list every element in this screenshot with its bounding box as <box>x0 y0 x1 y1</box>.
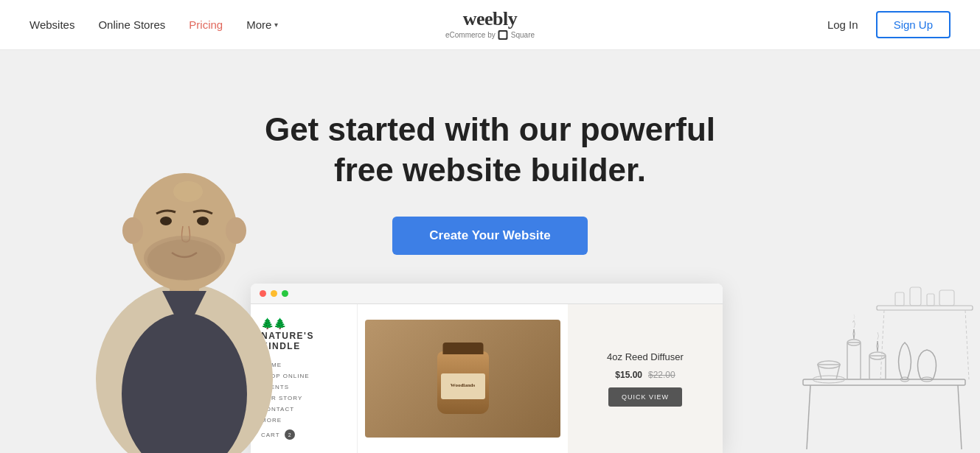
svg-rect-23 <box>877 306 973 310</box>
browser-main: Woodlands 4oz Reed Diffuser $15.00 $22.0… <box>358 304 723 453</box>
browser-mockup: 🌲🌲 NATURE'S KINDLE HOME SHOP ONLINE EVEN… <box>251 284 723 453</box>
deco-svg <box>788 232 980 453</box>
logo-wordmark: weebly <box>445 10 535 29</box>
nav-left: Websites Online Stores Pricing More ▾ <box>29 18 278 31</box>
more-label: More <box>246 18 271 31</box>
svg-rect-27 <box>910 287 921 306</box>
nav-pricing[interactable]: Pricing <box>189 18 223 31</box>
header: Websites Online Stores Pricing More ▾ we… <box>0 0 980 50</box>
svg-rect-12 <box>803 379 965 385</box>
product-name: 4oz Reed Diffuser <box>607 351 684 362</box>
svg-rect-26 <box>895 292 904 306</box>
svg-line-25 <box>965 310 969 379</box>
decoration-right <box>788 232 980 453</box>
svg-rect-29 <box>939 290 954 306</box>
price-old: $22.00 <box>648 370 675 380</box>
hero-section: Get started with our powerful free websi… <box>0 50 980 453</box>
price-current: $15.00 <box>615 370 642 380</box>
cta-button[interactable]: Create Your Website <box>392 217 587 255</box>
square-icon <box>498 30 508 40</box>
svg-line-24 <box>880 310 884 379</box>
svg-rect-28 <box>927 294 934 306</box>
chevron-down-icon: ▾ <box>274 21 278 29</box>
nav-online-stores[interactable]: Online Stores <box>98 18 165 31</box>
product-image: Woodlands <box>365 320 560 438</box>
product-card-right: 4oz Reed Diffuser $15.00 $22.00 QUICK VI… <box>568 304 723 453</box>
browser-content: 🌲🌲 NATURE'S KINDLE HOME SHOP ONLINE EVEN… <box>251 304 723 453</box>
product-card-left: Woodlands <box>358 304 568 453</box>
logo-subtitle: eCommerce by Square <box>445 30 535 40</box>
hero-headline: Get started with our powerful free websi… <box>232 109 748 190</box>
svg-rect-15 <box>847 343 861 379</box>
signup-button[interactable]: Sign Up <box>876 11 951 38</box>
svg-line-14 <box>958 385 962 449</box>
jar-shape: Woodlands <box>437 351 489 414</box>
hero-text: Get started with our powerful free websi… <box>0 50 980 255</box>
square-label: Square <box>511 31 535 39</box>
jar-label-band: Woodlands <box>441 373 485 399</box>
browser-bar <box>251 284 723 304</box>
logo-sub-text: eCommerce by <box>445 31 496 39</box>
svg-line-13 <box>807 385 810 449</box>
quick-view-button[interactable]: QUICK VIEW <box>608 387 682 407</box>
logo: weebly eCommerce by Square <box>445 10 535 40</box>
nav-right: Log In Sign Up <box>827 11 951 38</box>
jar-lid <box>442 343 483 354</box>
jar-label-text: Woodlands <box>451 382 475 389</box>
login-button[interactable]: Log In <box>827 18 858 31</box>
price-row: $15.00 $22.00 <box>615 370 675 380</box>
nav-more[interactable]: More ▾ <box>246 18 278 31</box>
nav-websites[interactable]: Websites <box>29 18 74 31</box>
